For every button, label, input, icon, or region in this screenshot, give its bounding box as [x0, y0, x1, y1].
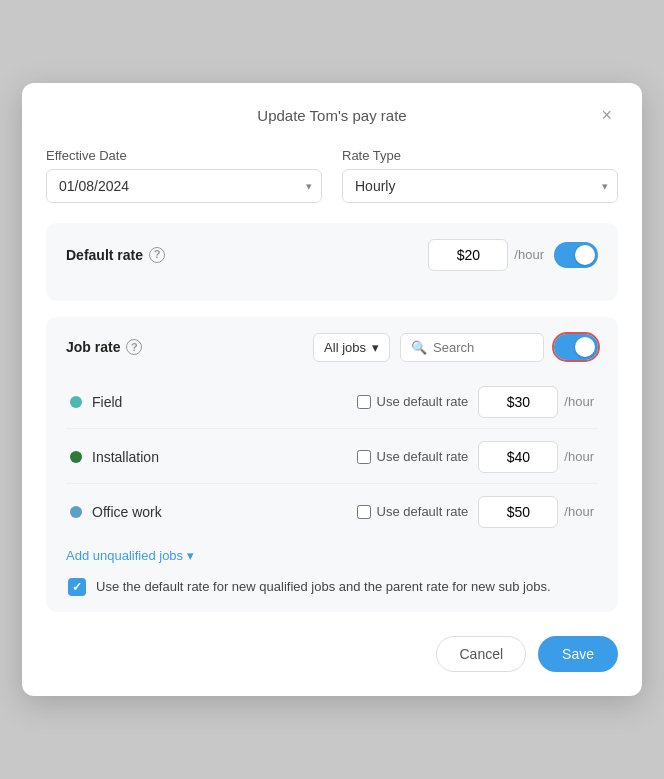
field-use-default-label[interactable]: Use default rate [357, 394, 469, 409]
save-button[interactable]: Save [538, 636, 618, 672]
modal-footer: Cancel Save [46, 636, 618, 672]
effective-date-wrapper: 01/08/2024 ▾ [46, 169, 322, 203]
effective-date-label: Effective Date [46, 148, 322, 163]
rate-type-label: Rate Type [342, 148, 618, 163]
default-rate-controls: /hour [428, 239, 598, 271]
search-icon: 🔍 [411, 340, 427, 355]
office-dot-icon [70, 506, 82, 518]
job-rate-title: Job rate ? [66, 339, 142, 355]
form-row-date-rate: Effective Date 01/08/2024 ▾ Rate Type Ho… [46, 148, 618, 203]
modal-header: Update Tom's pay rate × [46, 107, 618, 124]
installation-rate-unit: /hour [564, 449, 594, 464]
modal-title: Update Tom's pay rate [257, 107, 406, 124]
job-list: Field Use default rate /hour Installatio… [66, 376, 598, 538]
add-unqualified-label: Add unqualified jobs [66, 548, 183, 563]
installation-rate-group: /hour [478, 441, 594, 473]
default-rate-notice: Use the default rate for new qualified j… [66, 577, 598, 597]
search-input[interactable] [433, 340, 533, 355]
job-rate-header: Job rate ? All jobs ▾ 🔍 [66, 333, 598, 362]
notice-checkbox[interactable] [68, 578, 86, 596]
add-unqualified-button[interactable]: Add unqualified jobs ▾ [66, 548, 194, 563]
default-rate-help-icon[interactable]: ? [149, 247, 165, 263]
table-row: Office work Use default rate /hour [66, 486, 598, 538]
field-rate-input[interactable] [478, 386, 558, 418]
table-row: Installation Use default rate /hour [66, 431, 598, 484]
default-rate-header: Default rate ? /hour [66, 239, 598, 271]
job-rate-toggle[interactable] [554, 334, 598, 360]
office-job-name: Office work [92, 504, 347, 520]
field-use-default-checkbox[interactable] [357, 395, 371, 409]
modal-dialog: Update Tom's pay rate × Effective Date 0… [22, 83, 642, 697]
installation-dot-icon [70, 451, 82, 463]
default-rate-input-group: /hour [428, 239, 544, 271]
cancel-button[interactable]: Cancel [436, 636, 526, 672]
job-rate-toggle-slider [554, 334, 598, 360]
add-unqualified-arrow-icon: ▾ [187, 548, 194, 563]
rate-type-group: Rate Type Hourly Salary Fixed ▾ [342, 148, 618, 203]
rate-type-select[interactable]: Hourly Salary Fixed [342, 169, 618, 203]
field-dot-icon [70, 396, 82, 408]
office-rate-group: /hour [478, 496, 594, 528]
office-use-default-label[interactable]: Use default rate [357, 504, 469, 519]
all-jobs-arrow-icon: ▾ [372, 340, 379, 355]
default-rate-toggle-slider [554, 242, 598, 268]
default-rate-title: Default rate ? [66, 247, 165, 263]
field-rate-unit: /hour [564, 394, 594, 409]
installation-use-default-label[interactable]: Use default rate [357, 449, 469, 464]
effective-date-group: Effective Date 01/08/2024 ▾ [46, 148, 322, 203]
job-rate-help-icon[interactable]: ? [126, 339, 142, 355]
all-jobs-filter[interactable]: All jobs ▾ [313, 333, 390, 362]
office-rate-unit: /hour [564, 504, 594, 519]
job-rate-controls: All jobs ▾ 🔍 [313, 333, 598, 362]
office-use-default-checkbox[interactable] [357, 505, 371, 519]
notice-text: Use the default rate for new qualified j… [96, 577, 551, 597]
close-button[interactable]: × [595, 104, 618, 126]
default-rate-toggle[interactable] [554, 242, 598, 268]
installation-job-name: Installation [92, 449, 347, 465]
installation-rate-input[interactable] [478, 441, 558, 473]
search-wrapper: 🔍 [400, 333, 544, 362]
table-row: Field Use default rate /hour [66, 376, 598, 429]
modal-overlay: Update Tom's pay rate × Effective Date 0… [0, 0, 664, 779]
effective-date-select[interactable]: 01/08/2024 [46, 169, 322, 203]
default-rate-section: Default rate ? /hour [46, 223, 618, 301]
installation-use-default-checkbox[interactable] [357, 450, 371, 464]
all-jobs-label: All jobs [324, 340, 366, 355]
default-rate-input[interactable] [428, 239, 508, 271]
job-rate-section: Job rate ? All jobs ▾ 🔍 [46, 317, 618, 613]
field-job-name: Field [92, 394, 347, 410]
rate-type-wrapper: Hourly Salary Fixed ▾ [342, 169, 618, 203]
office-rate-input[interactable] [478, 496, 558, 528]
default-rate-unit: /hour [514, 247, 544, 262]
field-rate-group: /hour [478, 386, 594, 418]
